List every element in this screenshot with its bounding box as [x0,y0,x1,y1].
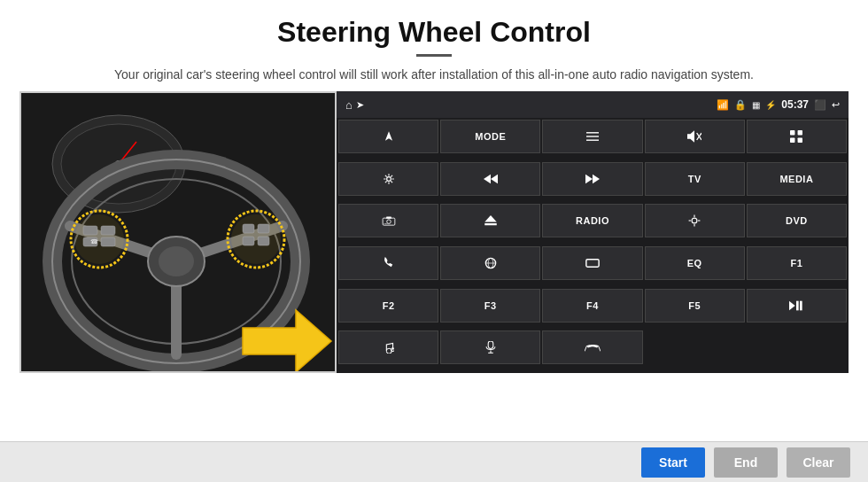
end-button[interactable]: End [714,447,778,478]
svg-marker-28 [687,130,694,142]
f4-btn[interactable]: F4 [542,289,642,323]
home-icon[interactable]: ⌂ [345,98,353,112]
svg-marker-39 [585,174,593,183]
svg-point-46 [692,218,697,223]
header-section: Steering Wheel Control Your original car… [0,0,868,91]
svg-rect-56 [796,300,799,310]
svg-point-35 [386,176,391,181]
lock-icon: 🔒 [734,99,747,111]
f3-btn[interactable]: F3 [440,289,540,323]
control-panel: ⌂ ➤ 📶 🔒 ▦ ⚡ 05:37 ⬛ ↩ M [337,91,849,373]
status-bar: ⌂ ➤ 📶 🔒 ▦ ⚡ 05:37 ⬛ ↩ [337,91,849,118]
svg-marker-24 [385,131,392,141]
svg-rect-14 [101,226,115,235]
svg-marker-55 [789,300,795,310]
svg-marker-38 [593,174,600,183]
nav-icon[interactable]: ➤ [356,99,364,111]
svg-rect-15 [101,237,115,246]
bottom-action-bar: Start End Clear [0,441,868,482]
back-icon[interactable]: ↩ [832,99,840,111]
prev-btn[interactable] [440,162,540,196]
content-section: ☎ ⌂ ➤ [0,91,868,441]
svg-rect-57 [800,300,802,310]
svg-rect-12 [83,226,97,235]
music-btn[interactable] [338,330,438,364]
eject-btn[interactable] [440,204,540,237]
mute-btn[interactable] [645,120,745,153]
button-grid: MODE [337,118,849,373]
hangup-btn[interactable] [542,330,642,364]
list-btn[interactable] [542,120,642,153]
f5-btn[interactable]: F5 [645,289,745,323]
svg-text:☎: ☎ [90,238,98,245]
svg-rect-19 [243,224,254,233]
nav-btn[interactable] [338,120,438,153]
svg-rect-32 [798,130,802,135]
svg-line-62 [585,346,587,351]
phone-btn[interactable] [338,246,438,280]
svg-rect-59 [488,341,493,348]
cam360-btn[interactable]: 360 [338,204,438,237]
eq-btn[interactable]: EQ [645,246,745,280]
svg-rect-34 [798,138,802,143]
svg-point-58 [391,348,394,352]
radio-btn[interactable]: RADIO [542,204,642,237]
svg-rect-20 [258,224,269,233]
subtitle-text: Your original car's steering wheel contr… [35,66,833,84]
status-left: ⌂ ➤ [345,98,364,112]
next-btn[interactable] [542,162,642,196]
svg-line-63 [598,346,601,351]
dvd-btn[interactable]: DVD [747,204,847,237]
svg-point-18 [231,214,281,264]
svg-rect-22 [258,237,269,245]
media-btn[interactable]: MEDIA [747,162,847,196]
tv-btn[interactable]: TV [645,162,745,196]
svg-rect-45 [484,223,497,225]
svg-text:360: 360 [384,222,388,224]
apps-btn[interactable] [747,120,847,153]
settings-btn[interactable] [338,162,438,196]
status-right: 📶 🔒 ▦ ⚡ 05:37 ⬛ ↩ [717,98,840,111]
page-title: Steering Wheel Control [35,16,833,49]
wifi-icon: 📶 [717,99,729,111]
svg-marker-44 [484,215,497,222]
svg-marker-36 [484,174,491,183]
f2-btn[interactable]: F2 [338,289,438,323]
svg-point-9 [159,246,194,276]
brightness-btn[interactable] [645,204,745,237]
svg-rect-54 [586,260,599,268]
playpause-btn[interactable] [747,289,847,323]
svg-rect-42 [386,217,391,219]
steering-wheel-image: ☎ [19,91,337,373]
bluetooth-icon: ⚡ [765,100,776,110]
page-container: Steering Wheel Control Your original car… [0,0,868,482]
svg-point-11 [74,214,124,264]
f1-btn[interactable]: F1 [747,246,847,280]
clear-button[interactable]: Clear [787,447,850,478]
svg-rect-31 [790,130,794,135]
time-display: 05:37 [781,98,809,111]
svg-rect-21 [243,237,254,245]
title-divider [416,54,452,57]
mic-btn[interactable] [440,330,540,364]
mode-btn[interactable]: MODE [440,120,540,153]
start-button[interactable]: Start [641,447,705,478]
window-btn[interactable] [542,246,642,280]
sim-icon: ▦ [752,100,760,110]
screen-icon: ⬛ [814,99,826,111]
svg-rect-33 [790,138,794,143]
browse-btn[interactable] [440,246,540,280]
svg-marker-37 [491,174,498,183]
